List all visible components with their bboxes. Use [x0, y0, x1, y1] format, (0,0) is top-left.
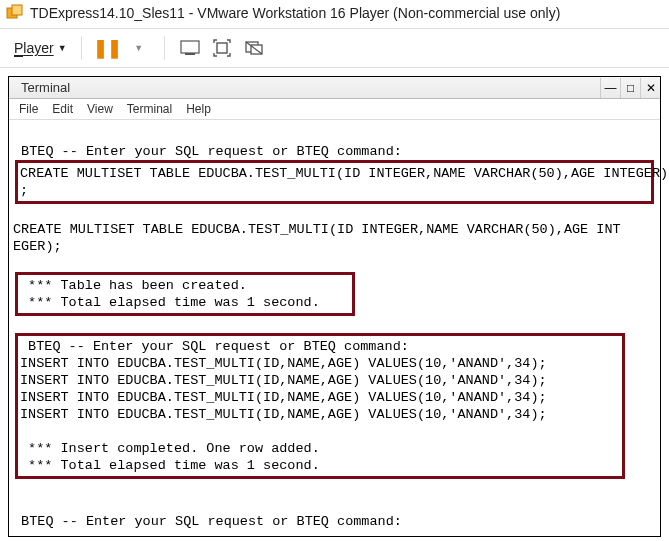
fullscreen-icon[interactable] — [211, 37, 233, 59]
terminal-title: Terminal — [21, 80, 70, 95]
send-ctrl-alt-del-icon[interactable] — [179, 37, 201, 59]
sql-echo: CREATE MULTISET TABLE EDUCBA.TEST_MULTI(… — [13, 221, 656, 238]
result-line: *** Total elapsed time was 1 second. — [20, 457, 620, 474]
svg-rect-4 — [217, 43, 227, 53]
menu-edit[interactable]: Edit — [52, 102, 73, 116]
menu-help[interactable]: Help — [186, 102, 211, 116]
app-title: TDExpress14.10_Sles11 - VMware Workstati… — [30, 5, 560, 21]
bteq-prompt: BTEQ -- Enter your SQL request or BTEQ c… — [20, 338, 620, 355]
result-line: *** Total elapsed time was 1 second. — [20, 294, 350, 311]
terminal-menubar: File Edit View Terminal Help — [9, 99, 660, 120]
vmware-icon — [6, 4, 24, 22]
toolbar-separator — [81, 36, 82, 60]
menu-file[interactable]: File — [19, 102, 38, 116]
pause-button[interactable]: ❚❚ — [96, 37, 118, 59]
menu-view[interactable]: View — [87, 102, 113, 116]
highlight-box-inserts: BTEQ -- Enter your SQL request or BTEQ c… — [15, 333, 625, 479]
sql-line: INSERT INTO EDUCBA.TEST_MULTI(ID,NAME,AG… — [20, 406, 620, 423]
app-toolbar: Player ▼ ❚❚ ▼ — [0, 29, 669, 67]
player-menu-button[interactable]: Player ▼ — [14, 40, 67, 56]
result-line: *** Table has been created. — [20, 277, 350, 294]
bteq-prompt: BTEQ -- Enter your SQL request or BTEQ c… — [13, 143, 656, 160]
chevron-down-small-icon[interactable]: ▼ — [128, 37, 150, 59]
terminal-window: Terminal — □ ✕ File Edit View Terminal H… — [8, 76, 661, 537]
sql-echo: EGER); — [13, 238, 656, 255]
sql-line: INSERT INTO EDUCBA.TEST_MULTI(ID,NAME,AG… — [20, 372, 620, 389]
highlight-box-create: CREATE MULTISET TABLE EDUCBA.TEST_MULTI(… — [15, 160, 654, 204]
toolbar-divider — [0, 67, 669, 68]
terminal-content[interactable]: BTEQ -- Enter your SQL request or BTEQ c… — [9, 120, 660, 536]
menu-terminal[interactable]: Terminal — [127, 102, 172, 116]
close-button[interactable]: ✕ — [640, 78, 660, 98]
minimize-button[interactable]: — — [600, 78, 620, 98]
bteq-prompt: BTEQ -- Enter your SQL request or BTEQ c… — [13, 513, 656, 530]
result-line: *** Insert completed. One row added. — [20, 440, 620, 457]
maximize-button[interactable]: □ — [620, 78, 640, 98]
terminal-titlebar[interactable]: Terminal — □ ✕ — [9, 77, 660, 99]
unity-mode-icon[interactable] — [243, 37, 265, 59]
sql-line: CREATE MULTISET TABLE EDUCBA.TEST_MULTI(… — [20, 165, 649, 182]
chevron-down-icon: ▼ — [58, 43, 67, 53]
sql-line: ; — [20, 182, 649, 199]
svg-rect-1 — [12, 5, 22, 15]
window-controls: — □ ✕ — [600, 78, 660, 98]
app-titlebar: TDExpress14.10_Sles11 - VMware Workstati… — [0, 0, 669, 28]
svg-rect-3 — [185, 53, 195, 55]
toolbar-separator-2 — [164, 36, 165, 60]
sql-line: INSERT INTO EDUCBA.TEST_MULTI(ID,NAME,AG… — [20, 389, 620, 406]
highlight-box-result: *** Table has been created. *** Total el… — [15, 272, 355, 316]
sql-line: INSERT INTO EDUCBA.TEST_MULTI(ID,NAME,AG… — [20, 355, 620, 372]
svg-rect-2 — [181, 41, 199, 53]
